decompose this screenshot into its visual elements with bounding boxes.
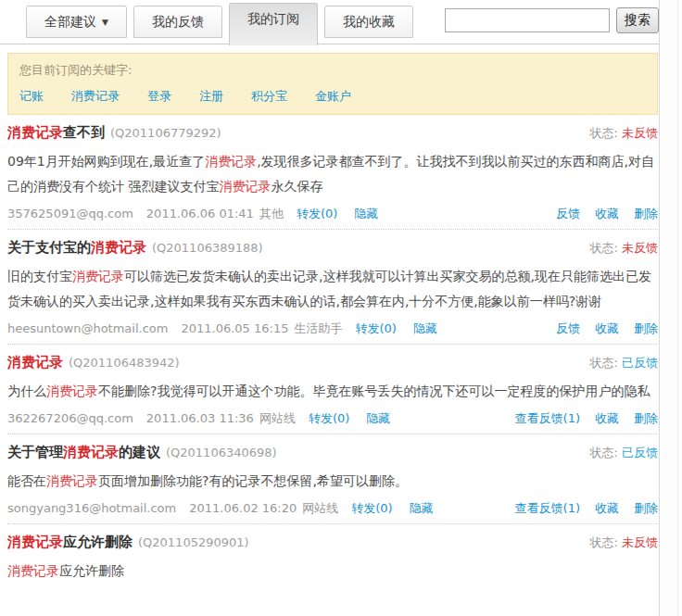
item-actions: 查看反馈(1)收藏删除 — [500, 500, 658, 516]
item-status: 状态: 未反馈 — [589, 534, 658, 552]
item-status: 状态: 未反馈 — [589, 124, 658, 143]
item-category: 网站线 — [302, 500, 338, 516]
item-status: 状态: 已反馈 — [589, 444, 658, 462]
keyword-link[interactable]: 积分宝 — [251, 89, 287, 103]
item-header: 关于支付宝的消费记录 (Q201106389188) 状态: 未反馈 — [7, 238, 658, 258]
keyword-link[interactable]: 注册 — [199, 89, 223, 103]
tab-label: 我的收藏 — [343, 14, 395, 29]
item-body: 为什么消费记录不能删除?我觉得可以开通这个功能。毕竟在账号丢失的情况下还可以一定… — [7, 379, 658, 404]
item-id: (Q201106779292) — [110, 124, 221, 143]
text-fragment: 关于支付宝的 — [7, 239, 91, 256]
item-date: 2011.06.05 16:15 — [181, 321, 288, 336]
tabs: 全部建议▼我的反馈▼我的订阅▼我的收藏▼ — [26, 0, 413, 43]
item-meta: songyang316@hotmail.com 2011.06.02 16:20… — [7, 500, 658, 516]
hide-link[interactable]: 隐藏 — [366, 410, 390, 426]
favorite-link[interactable]: 收藏 — [595, 321, 619, 335]
favorite-link[interactable]: 收藏 — [595, 207, 619, 220]
tab-全部建议[interactable]: 全部建议▼ — [26, 6, 127, 38]
feedback-link[interactable]: 反馈 — [556, 321, 580, 335]
item-title: 关于管理消费记录的建议 — [7, 443, 160, 461]
forward-link[interactable]: 转发(0) — [297, 206, 337, 221]
hide-link[interactable]: 隐藏 — [354, 206, 378, 221]
feedback-item: 消费记录查不到 (Q201106779292) 状态: 未反馈 09年1月开始网… — [7, 115, 658, 230]
item-body: 09年1月开始网购到现在,最近查了消费记录,发现很多记录都查不到了。让我找不到我… — [7, 149, 658, 199]
view-feedback-link[interactable]: 查看反馈(1) — [515, 501, 580, 515]
delete-link[interactable]: 删除 — [634, 207, 658, 220]
item-category: 网站线 — [259, 410, 296, 426]
text-fragment: 查不到 — [63, 124, 105, 141]
keyword-link[interactable]: 登录 — [147, 89, 171, 103]
keyword-link[interactable]: 记账 — [19, 89, 44, 103]
tab-我的订阅[interactable]: 我的订阅▼ — [229, 3, 318, 45]
view-feedback-link[interactable]: 查看反馈(1) — [515, 411, 580, 425]
tab-label: 我的反馈 — [152, 14, 204, 29]
text-fragment: 旧的支付宝 — [7, 269, 72, 283]
highlighted-keyword: 消费记录 — [63, 444, 119, 460]
highlighted-keyword: 消费记录 — [91, 239, 146, 256]
text-fragment: 的建议 — [119, 444, 160, 460]
item-date: 2011.06.03 11:36 — [146, 410, 254, 426]
item-id: (Q201106340698) — [166, 444, 277, 462]
item-status: 状态: 已反馈 — [589, 354, 658, 372]
search-button[interactable]: 搜索 — [616, 7, 659, 33]
item-date: 2011.06.06 01:41 — [146, 206, 254, 221]
text-fragment: 页面增加删除功能?有的记录不想保留,希望可以删除。 — [98, 473, 408, 488]
item-title: 消费记录查不到 — [7, 123, 105, 142]
highlighted-keyword: 消费记录 — [7, 354, 63, 371]
item-email: 357625091@qq.com — [7, 206, 133, 221]
feedback-link[interactable]: 反馈 — [556, 207, 580, 220]
item-body: 旧的支付宝消费记录可以筛选已发货未确认的卖出记录,这样我就可以计算出买家交易的总… — [7, 264, 658, 314]
item-meta: 362267206@qq.com 2011.06.03 11:36 网站线 转发… — [7, 410, 658, 426]
status-label: 状态: — [589, 126, 617, 140]
item-actions: 反馈收藏删除 — [541, 321, 658, 336]
highlighted-keyword: 消费记录 — [219, 179, 271, 194]
item-body: 能否在消费记录页面增加删除功能?有的记录不想保留,希望可以删除。 — [7, 469, 658, 494]
item-category: 生活助手 — [294, 321, 342, 336]
hide-link[interactable]: 隐藏 — [413, 321, 437, 336]
hide-link[interactable]: 隐藏 — [410, 500, 434, 516]
item-header: 消费记录查不到 (Q201106779292) 状态: 未反馈 — [7, 123, 658, 143]
feedback-list: 消费记录查不到 (Q201106779292) 状态: 未反馈 09年1月开始网… — [7, 115, 658, 591]
highlighted-keyword: 消费记录 — [7, 534, 63, 550]
keyword-link[interactable]: 金账户 — [315, 89, 351, 103]
item-id: (Q201105290901) — [138, 534, 249, 552]
item-meta: 357625091@qq.com 2011.06.06 01:41 其他 转发(… — [7, 206, 658, 221]
text-fragment: 为什么 — [7, 383, 46, 398]
text-fragment: 关于管理 — [7, 444, 63, 460]
feedback-item: 关于支付宝的消费记录 (Q201106389188) 状态: 未反馈 旧的支付宝… — [7, 230, 658, 345]
item-body: 消费记录应允许删除 — [7, 559, 658, 584]
item-actions: 查看反馈(1)收藏删除 — [500, 410, 658, 426]
delete-link[interactable]: 删除 — [634, 321, 658, 335]
item-title: 消费记录应允许删除 — [7, 533, 133, 551]
favorite-link[interactable]: 收藏 — [595, 411, 619, 425]
status-label: 状态: — [589, 356, 617, 370]
item-category: 其他 — [259, 206, 284, 221]
highlighted-keyword: 消费记录 — [72, 269, 124, 283]
highlighted-keyword: 消费记录 — [7, 563, 59, 578]
delete-link[interactable]: 删除 — [634, 411, 658, 425]
status-value: 未反馈 — [622, 126, 658, 140]
keyword-link[interactable]: 消费记录 — [71, 89, 120, 103]
highlighted-keyword: 消费记录 — [46, 383, 98, 398]
text-fragment: 09年1月开始网购到现在,最近查了 — [7, 154, 205, 169]
item-header: 消费记录 (Q201106483942) 状态: 已反馈 — [7, 353, 658, 372]
item-email: heesuntown@hotmail.com — [7, 321, 168, 336]
tab-label: 全部建议 — [44, 14, 96, 29]
text-fragment: 不能删除?我觉得可以开通这个功能。毕竟在账号丢失的情况下还可以一定程度的保护用户… — [98, 383, 650, 398]
feedback-page: 全部建议▼我的反馈▼我的订阅▼我的收藏▼ 搜索 您目前订阅的关键字: 记账消费记… — [0, 0, 660, 616]
delete-link[interactable]: 删除 — [634, 501, 658, 515]
forward-link[interactable]: 转发(0) — [351, 500, 392, 516]
text-fragment: 应允许删除 — [63, 534, 133, 550]
favorite-link[interactable]: 收藏 — [595, 501, 619, 515]
forward-link[interactable]: 转发(0) — [309, 410, 349, 426]
status-label: 状态: — [589, 535, 617, 549]
item-meta: heesuntown@hotmail.com 2011.06.05 16:15 … — [7, 321, 658, 336]
search-input[interactable] — [445, 8, 610, 32]
tab-我的反馈[interactable]: 我的反馈▼ — [133, 6, 222, 38]
subscription-keywords: 记账消费记录登录注册积分宝金账户 — [19, 86, 646, 105]
tab-我的收藏[interactable]: 我的收藏▼ — [324, 6, 413, 38]
forward-link[interactable]: 转发(0) — [355, 321, 396, 336]
status-value: 已反馈 — [622, 446, 658, 459]
item-date: 2011.06.02 16:20 — [189, 500, 297, 516]
highlighted-keyword: 消费记录 — [7, 124, 63, 141]
